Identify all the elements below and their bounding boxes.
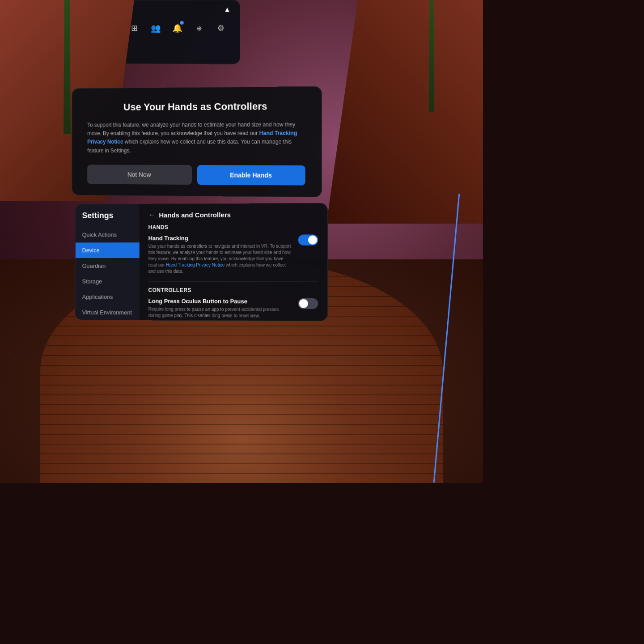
long-press-toggle[interactable] bbox=[298, 298, 318, 309]
taskbar-status-icons: ▲ bbox=[224, 5, 231, 13]
people-icon-button[interactable]: 👥 bbox=[146, 18, 165, 38]
notifications-button[interactable]: 🔔 bbox=[167, 18, 187, 38]
back-arrow-icon[interactable]: ← bbox=[148, 211, 156, 219]
grid-icon: ⊞ bbox=[131, 23, 138, 33]
people-icon: 👥 bbox=[151, 23, 161, 33]
sidebar-item-storage[interactable]: Storage bbox=[76, 274, 140, 289]
settings-main-content: ← Hands and Controllers Hands Hand Track… bbox=[140, 203, 327, 321]
settings-sidebar: Settings Quick Actions Device Guardian S… bbox=[76, 204, 140, 320]
settings-title: Settings bbox=[76, 211, 140, 227]
settings-button[interactable]: ⚙ bbox=[211, 18, 231, 38]
sidebar-item-guardian[interactable]: Guardian bbox=[76, 258, 140, 274]
hand-tracking-row: Hand Tracking Use your hands as controll… bbox=[148, 234, 318, 275]
hand-tracking-name: Hand Tracking bbox=[148, 235, 292, 242]
not-now-button[interactable]: Not Now bbox=[87, 165, 192, 185]
hand-tracking-toggle[interactable] bbox=[298, 234, 318, 245]
sidebar-item-applications[interactable]: Applications bbox=[76, 289, 140, 305]
long-press-row: Long Press Oculus Button to Pause Requir… bbox=[148, 298, 318, 319]
hand-tracking-info: Hand Tracking Use your hands as controll… bbox=[148, 235, 298, 275]
sidebar-item-quick-actions[interactable]: Quick Actions bbox=[76, 227, 140, 242]
long-press-desc: Require long press to pause an app to pr… bbox=[148, 306, 292, 319]
hands-section-label: Hands bbox=[148, 224, 318, 230]
section-divider bbox=[148, 281, 318, 282]
hand-tracking-privacy-link[interactable]: Hand Tracking Privacy Notice bbox=[166, 263, 225, 267]
enable-hands-button[interactable]: Enable Hands bbox=[197, 165, 305, 186]
share-button[interactable]: ⎈ bbox=[189, 18, 209, 38]
settings-back-nav: ← Hands and Controllers bbox=[148, 210, 318, 219]
taskbar-icons: ⊞ 👥 🔔 ⎈ ⚙ bbox=[124, 18, 231, 38]
toggle-knob-2 bbox=[299, 299, 308, 308]
dialog-body: To support this feature, we analyze your… bbox=[87, 120, 305, 155]
long-press-name: Long Press Oculus Button to Pause bbox=[148, 298, 292, 305]
wifi-icon: ▲ bbox=[224, 5, 231, 13]
dialog-buttons: Not Now Enable Hands bbox=[87, 165, 305, 185]
notification-dot bbox=[180, 21, 184, 25]
sidebar-item-device[interactable]: Device bbox=[76, 242, 140, 258]
settings-page-title: Hands and Controllers bbox=[159, 211, 231, 219]
settings-panel: Settings Quick Actions Device Guardian S… bbox=[75, 203, 328, 322]
bell-icon: 🔔 bbox=[172, 23, 182, 33]
dialog-title: Use Your Hands as Controllers bbox=[87, 101, 305, 113]
toggle-knob bbox=[308, 235, 317, 244]
hand-tracking-dialog: Use Your Hands as Controllers To support… bbox=[72, 86, 322, 197]
sidebar-item-virtual-environment[interactable]: Virtual Environment bbox=[76, 305, 140, 320]
share-icon: ⎈ bbox=[196, 23, 201, 33]
hand-tracking-desc: Use your hands as controllers to navigat… bbox=[148, 243, 292, 275]
gear-icon: ⚙ bbox=[217, 23, 225, 33]
long-press-info: Long Press Oculus Button to Pause Requir… bbox=[148, 298, 298, 319]
controllers-section-label: Controllers bbox=[148, 287, 318, 294]
